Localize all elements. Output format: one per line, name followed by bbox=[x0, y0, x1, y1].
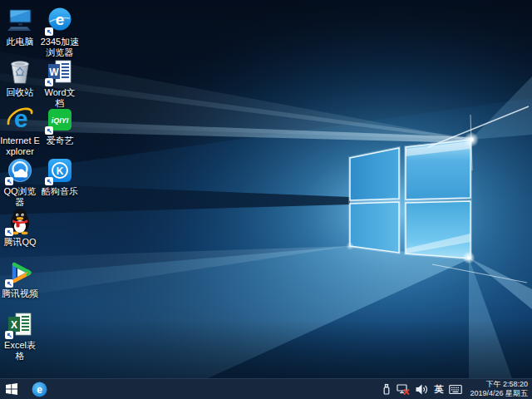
shortcut-arrow-icon bbox=[5, 228, 13, 236]
icon-label: 回收站 bbox=[7, 87, 34, 98]
clock-time: 下午 2:58:20 bbox=[470, 380, 528, 389]
svg-text:e: e bbox=[37, 383, 42, 395]
svg-text:W: W bbox=[49, 66, 59, 78]
kugou-music-icon: K bbox=[46, 156, 74, 185]
network-disconnected-icon[interactable] bbox=[397, 382, 410, 397]
excel-icon: X bbox=[6, 310, 34, 338]
icon-label: 爱奇艺 bbox=[47, 135, 74, 146]
icon-label: 2345加速浏览器 bbox=[40, 37, 80, 58]
start-button[interactable] bbox=[0, 379, 23, 399]
desktop-icon-excel[interactable]: X Excel表格 bbox=[0, 310, 40, 362]
icon-label: QQ浏览器 bbox=[0, 186, 40, 208]
desktop-icon-kugou-music[interactable]: K 酷狗音乐 bbox=[40, 156, 80, 197]
shortcut-arrow-icon bbox=[5, 177, 13, 185]
tencent-qq-icon bbox=[6, 207, 34, 235]
desktop: 此电脑 回收站 e bbox=[0, 0, 532, 378]
shortcut-arrow-icon bbox=[5, 331, 13, 339]
system-tray: 英 下午 2:58:20 2019/4/26 星期五 bbox=[382, 380, 532, 398]
icon-label: 酷狗音乐 bbox=[42, 186, 78, 197]
word-icon: W bbox=[46, 57, 74, 86]
taskbar-clock[interactable]: 下午 2:58:20 2019/4/26 星期五 bbox=[470, 380, 528, 398]
windows-desktop-screen: 此电脑 回收站 e bbox=[0, 0, 532, 399]
this-pc-icon bbox=[6, 7, 34, 35]
icon-label: Excel表格 bbox=[0, 340, 40, 362]
touch-keyboard-icon[interactable] bbox=[449, 382, 462, 397]
recycle-bin-icon bbox=[6, 57, 34, 86]
icon-label: Internet Explorer bbox=[0, 135, 40, 157]
svg-text:iQIYI: iQIYI bbox=[52, 116, 69, 125]
desktop-icon-word[interactable]: W Word文档 bbox=[40, 57, 80, 109]
icon-label: 腾讯视频 bbox=[2, 288, 38, 299]
shortcut-arrow-icon bbox=[45, 126, 53, 135]
icon-label: 此电脑 bbox=[7, 37, 34, 47]
shortcut-arrow-icon bbox=[45, 27, 53, 36]
shortcut-arrow-icon bbox=[45, 177, 53, 185]
ime-indicator[interactable]: 英 bbox=[433, 383, 444, 396]
internet-explorer-icon: e bbox=[6, 106, 34, 134]
icon-label: 腾讯QQ bbox=[3, 237, 36, 248]
taskbar-pinned-e-browser[interactable]: e bbox=[28, 379, 50, 399]
svg-text:e: e bbox=[56, 11, 65, 28]
svg-text:X: X bbox=[11, 319, 17, 331]
desktop-icon-recycle-bin[interactable]: 回收站 bbox=[0, 57, 40, 98]
iqiyi-icon: iQIYI bbox=[46, 106, 74, 134]
shortcut-arrow-icon bbox=[5, 279, 13, 288]
windows-logo-icon bbox=[6, 383, 17, 395]
usb-device-icon[interactable] bbox=[382, 382, 392, 397]
desktop-icon-tencent-video[interactable]: 腾讯视频 bbox=[0, 259, 40, 299]
desktop-icon-internet-explorer[interactable]: e Internet Explorer bbox=[0, 106, 40, 157]
desktop-icon-qq-browser[interactable]: QQ浏览器 bbox=[0, 156, 40, 208]
desktop-icon-tencent-qq[interactable]: 腾讯QQ bbox=[0, 207, 40, 248]
qq-browser-icon bbox=[6, 156, 34, 185]
tencent-video-icon bbox=[6, 259, 34, 287]
shortcut-arrow-icon bbox=[45, 78, 53, 86]
desktop-icon-this-pc[interactable]: 此电脑 bbox=[0, 7, 40, 47]
taskbar: e bbox=[0, 378, 532, 399]
desktop-icon-iqiyi[interactable]: iQIYI 爱奇艺 bbox=[40, 106, 80, 146]
clock-date: 2019/4/26 星期五 bbox=[470, 389, 528, 398]
wallpaper-windows-hero bbox=[0, 0, 532, 378]
volume-icon[interactable] bbox=[415, 382, 428, 397]
e-browser-icon: e bbox=[32, 382, 47, 397]
svg-text:K: K bbox=[57, 165, 64, 177]
desktop-icon-2345-browser[interactable]: e 2345加速浏览器 bbox=[40, 7, 80, 58]
2345-browser-icon: e bbox=[46, 7, 74, 35]
